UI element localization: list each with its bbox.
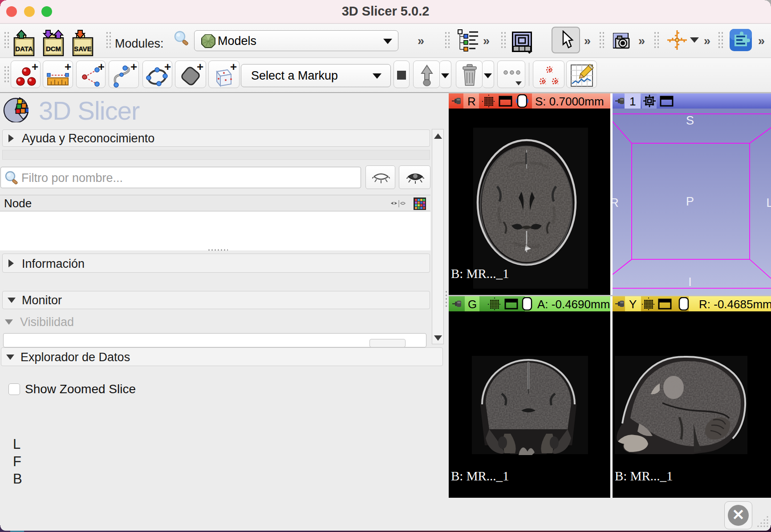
svg-text:L: L: [766, 196, 771, 210]
svg-text:+: +: [197, 64, 203, 73]
svg-text:+: +: [130, 64, 137, 73]
svg-text:+: +: [164, 64, 171, 73]
svg-text:+: +: [230, 64, 237, 73]
svg-text:SAVE: SAVE: [74, 45, 92, 52]
svg-text:+: +: [32, 64, 38, 73]
svg-text:R: R: [613, 196, 619, 210]
svg-text:P: P: [686, 195, 694, 208]
svg-text:DCM: DCM: [46, 45, 61, 52]
svg-text:I: I: [688, 275, 692, 289]
svg-text:+: +: [65, 64, 71, 73]
svg-text:DATA: DATA: [15, 45, 33, 52]
svg-text:S: S: [686, 114, 694, 127]
svg-text:+: +: [98, 64, 104, 73]
